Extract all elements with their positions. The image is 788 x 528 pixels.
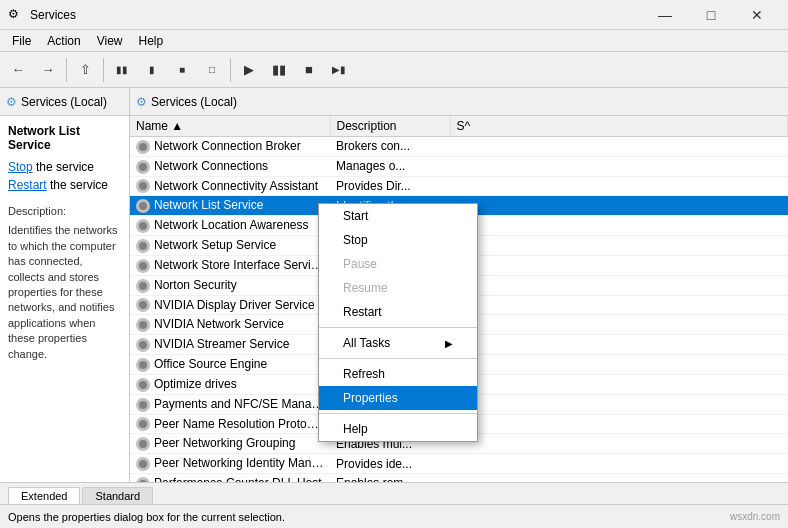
context-menu-label: Properties (343, 391, 398, 405)
service-desc-cell: Enables rem... (330, 474, 450, 482)
context-menu-label: Start (343, 209, 368, 223)
pause-service-button[interactable]: ▮▮ (265, 56, 293, 84)
service-status-cell (450, 454, 788, 474)
col-header-name[interactable]: Name ▲ (130, 116, 330, 137)
service-icon (136, 140, 150, 154)
menu-view[interactable]: View (89, 32, 131, 50)
context-menu-label: Stop (343, 233, 368, 247)
service-icon (136, 279, 150, 293)
tab-extended[interactable]: Extended (8, 487, 80, 504)
menu-help[interactable]: Help (131, 32, 172, 50)
service-name-cell: Optimize drives (130, 374, 330, 394)
close-button[interactable]: ✕ (734, 0, 780, 30)
service-name-cell: Network Setup Service (130, 236, 330, 256)
service-icon (136, 259, 150, 273)
table-row[interactable]: Peer Networking Identity Manager Provide… (130, 454, 788, 474)
service-icon (136, 378, 150, 392)
service-name-cell: NVIDIA Network Service (130, 315, 330, 335)
left-panel-content: Network List Service Stop the service Re… (0, 116, 129, 482)
context-menu-item-restart[interactable]: Restart (319, 300, 477, 324)
show-action-pane-button[interactable]: ▮ (138, 56, 166, 84)
context-menu-item-properties[interactable]: Properties (319, 386, 477, 410)
service-name-cell: Network List Service (130, 196, 330, 216)
service-icon (136, 358, 150, 372)
context-menu-item-refresh[interactable]: Refresh (319, 362, 477, 386)
stop-service-link[interactable]: Stop (8, 160, 33, 174)
service-desc-cell: Manages o... (330, 156, 450, 176)
menu-action[interactable]: Action (39, 32, 88, 50)
stop-service-button[interactable]: ■ (295, 56, 323, 84)
minimize-button[interactable]: — (642, 0, 688, 30)
service-icon (136, 398, 150, 412)
start-service-button[interactable]: ▶ (235, 56, 263, 84)
up-button[interactable]: ⇧ (71, 56, 99, 84)
service-status-cell (450, 176, 788, 196)
restart-service-text: the service (47, 178, 108, 192)
table-row[interactable]: Network Connections Manages o... (130, 156, 788, 176)
service-desc-cell: Provides Dir... (330, 176, 450, 196)
table-row[interactable]: Performance Counter DLL Host Enables rem… (130, 474, 788, 482)
show-hide-console-button[interactable]: ▮▮ (108, 56, 136, 84)
separator-2 (103, 58, 104, 82)
service-status-cell (450, 275, 788, 295)
service-status-cell (450, 156, 788, 176)
forward-button[interactable]: → (34, 56, 62, 84)
context-menu-item-pause: Pause (319, 252, 477, 276)
maximize-button[interactable]: □ (688, 0, 734, 30)
restart-service-link[interactable]: Restart (8, 178, 47, 192)
service-icon (136, 199, 150, 213)
col-header-description[interactable]: Description (330, 116, 450, 137)
table-row[interactable]: Network Connection Broker Brokers con... (130, 137, 788, 157)
service-description: Description: Identifies the networks to … (8, 204, 121, 362)
tab-standard[interactable]: Standard (82, 487, 153, 504)
table-header-row: Name ▲ Description S^ (130, 116, 788, 137)
service-name-cell: NVIDIA Streamer Service (130, 335, 330, 355)
service-name-cell: Network Connection Broker (130, 137, 330, 157)
brand-text: wsxdn.com (730, 511, 780, 522)
service-status-cell (450, 434, 788, 454)
context-menu-item-all-tasks[interactable]: All Tasks▶ (319, 331, 477, 355)
service-status-cell (450, 255, 788, 275)
tabs-bar: Extended Standard (0, 482, 788, 504)
service-name-cell: Peer Networking Grouping (130, 434, 330, 454)
context-menu-item-help[interactable]: Help (319, 417, 477, 441)
context-menu-separator (319, 413, 477, 414)
service-name-cell: Performance Counter DLL Host (130, 474, 330, 482)
context-menu-item-start[interactable]: Start (319, 204, 477, 228)
app-icon: ⚙ (8, 7, 24, 23)
context-menu-item-stop[interactable]: Stop (319, 228, 477, 252)
back-button[interactable]: ← (4, 56, 32, 84)
services-local-icon: ⚙ (6, 95, 17, 109)
service-name-cell: Norton Security (130, 275, 330, 295)
context-menu-item-resume: Resume (319, 276, 477, 300)
service-name-cell: Office Source Engine (130, 355, 330, 375)
properties-button[interactable]: ■ (168, 56, 196, 84)
context-menu-separator (319, 327, 477, 328)
service-icon (136, 179, 150, 193)
description-label: Description: (8, 204, 121, 219)
separator-1 (66, 58, 67, 82)
service-icon (136, 298, 150, 312)
left-panel: ⚙ Services (Local) Network List Service … (0, 88, 130, 482)
service-name-cell: Peer Networking Identity Manager (130, 454, 330, 474)
context-menu-label: Help (343, 422, 368, 436)
separator-3 (230, 58, 231, 82)
stop-service-row: Stop the service (8, 160, 121, 174)
new-window-button[interactable]: □ (198, 56, 226, 84)
service-status-cell (450, 315, 788, 335)
description-text: Identifies the networks to which the com… (8, 223, 121, 362)
service-name-cell: Network Connections (130, 156, 330, 176)
service-status-cell (450, 236, 788, 256)
context-menu-label: Refresh (343, 367, 385, 381)
col-header-status[interactable]: S^ (450, 116, 788, 137)
service-icon (136, 437, 150, 451)
context-menu-separator (319, 358, 477, 359)
context-menu-label: Restart (343, 305, 382, 319)
menu-file[interactable]: File (4, 32, 39, 50)
submenu-arrow-icon: ▶ (445, 338, 453, 349)
menu-bar: File Action View Help (0, 30, 788, 52)
window-title: Services (30, 8, 642, 22)
right-panel: ⚙ Services (Local) Name ▲ Description S^… (130, 88, 788, 482)
table-row[interactable]: Network Connectivity Assistant Provides … (130, 176, 788, 196)
restart-service-button[interactable]: ▶▮ (325, 56, 353, 84)
